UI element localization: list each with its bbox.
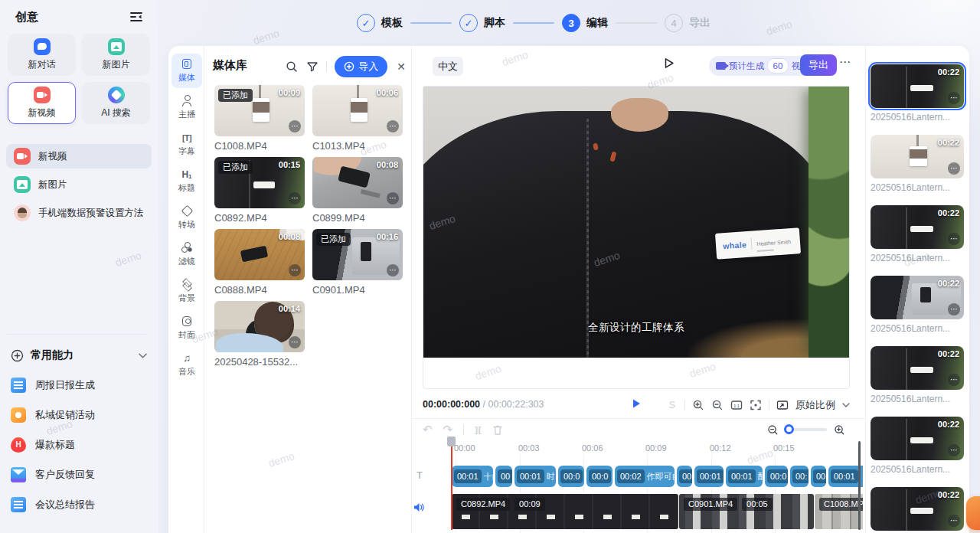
sidebar-tool-item[interactable]: 爆款标题 (11, 433, 149, 456)
aspect-ratio-icon[interactable] (776, 400, 789, 411)
subtitle-block[interactable]: 00:0 (558, 466, 584, 487)
more-options-icon[interactable] (948, 233, 960, 245)
preview-play-icon[interactable] (662, 57, 675, 70)
subtitle-block[interactable]: 00:01 时 (514, 466, 556, 487)
language-tab[interactable]: 中文 (433, 57, 463, 76)
zoom-in-icon[interactable] (692, 399, 704, 411)
sidebar-tool-item[interactable]: 客户反馈回复 (11, 463, 149, 486)
generated-video-item[interactable]: 00:22 20250516Lantern... (871, 487, 964, 533)
media-grid-item[interactable]: 已添加 00:15 C0892.MP4 (214, 157, 305, 224)
subtitle-block[interactable]: 00: (790, 466, 808, 487)
quick-action-button[interactable]: AI 搜索 (82, 82, 150, 124)
media-nav-item[interactable]: 滤镜 (172, 237, 202, 272)
generated-video-item[interactable]: 00:22 20250516Lantern... (871, 135, 964, 193)
step-script[interactable]: ✓ 脚本 (459, 14, 505, 32)
more-options-icon[interactable] (387, 192, 399, 204)
history-item[interactable]: 新视频 (6, 144, 152, 168)
media-grid-item[interactable]: 00:08 C0888.MP4 (214, 229, 305, 296)
generated-video-thumbnail[interactable]: 00:22 (871, 346, 964, 390)
media-nav-item[interactable]: 背景 (172, 274, 202, 309)
generated-video-item[interactable]: 00:22 20250516Lantern... (871, 417, 964, 475)
timeline-scrollbar[interactable] (858, 441, 861, 530)
fit-screen-icon[interactable] (750, 399, 762, 411)
media-nav-item[interactable]: 媒体 (172, 54, 202, 88)
play-button[interactable] (631, 398, 642, 409)
generated-video-thumbnail[interactable]: 00:22 (871, 487, 964, 531)
media-thumbnail[interactable]: 00:06 (312, 85, 403, 136)
media-nav-item[interactable]: 主播 (172, 90, 202, 125)
more-options-icon[interactable] (387, 264, 399, 276)
quick-action-button[interactable]: 新对话 (8, 34, 76, 76)
subtitle-track-icon[interactable]: T (416, 469, 423, 481)
more-options-icon[interactable] (387, 120, 399, 132)
subtitle-block[interactable]: 00:01 十的 (452, 466, 493, 487)
generated-video-item[interactable]: 00:22 20250516Lantern... (871, 346, 964, 404)
media-thumbnail[interactable]: 00:14 (214, 301, 305, 352)
more-options-icon[interactable] (289, 120, 301, 132)
sidebar-tool-item[interactable]: 会议总结报告 (11, 493, 149, 516)
media-thumbnail[interactable]: 已添加 00:09 (214, 85, 305, 136)
timeline-zoom-in-icon[interactable] (834, 424, 845, 436)
subtitle-block[interactable]: 00:0 (765, 466, 788, 487)
export-button[interactable]: 导出 (800, 54, 837, 76)
timeline-zoom-out-icon[interactable] (767, 424, 779, 436)
common-abilities-section[interactable]: 常用能力 (11, 346, 147, 365)
media-thumbnail[interactable]: 已添加 00:15 (214, 157, 305, 208)
import-button[interactable]: 导入 (335, 56, 387, 77)
split-clip-icon[interactable]: ][ (475, 425, 482, 434)
step-export[interactable]: 4 导出 (665, 14, 710, 32)
generated-video-item[interactable]: 00:22 20250516Lantern... (871, 276, 964, 334)
more-options-icon[interactable]: ⋯ (839, 55, 851, 69)
chevron-down-icon[interactable] (842, 403, 850, 407)
sidebar-tool-item[interactable]: 私域促销活动 (11, 404, 149, 427)
more-options-icon[interactable] (948, 515, 960, 527)
subtitle-block[interactable]: 00 (495, 466, 512, 487)
history-item[interactable]: 新图片 (6, 172, 152, 197)
sidebar-tool-item[interactable]: 周报日报生成 (11, 374, 149, 397)
subtitle-block[interactable]: 00:01 配 (726, 466, 763, 487)
more-options-icon[interactable] (948, 374, 960, 386)
generated-video-item[interactable]: 00:22 20250516Lantern... (871, 64, 964, 123)
media-grid-item[interactable]: 00:08 C0899.MP4 (312, 157, 403, 224)
quick-action-button[interactable]: 新图片 (82, 34, 150, 76)
collapse-sidebar-icon[interactable] (127, 9, 145, 25)
media-grid-item[interactable]: 已添加 00:09 C1008.MP4 (214, 85, 305, 152)
generated-video-thumbnail[interactable]: 00:22 (871, 417, 964, 460)
snap-icon[interactable] (666, 400, 678, 411)
redo-icon[interactable]: ↷ (443, 423, 453, 437)
subtitle-caption[interactable]: 全新设计的工牌体系 (423, 321, 849, 335)
quick-action-button[interactable]: 新视频 (8, 82, 76, 124)
media-thumbnail[interactable]: 00:08 (312, 157, 403, 208)
media-grid-item[interactable]: 00:14 20250428-15532... (214, 301, 305, 368)
video-clip[interactable]: C0892.MP4 00:09 (452, 494, 678, 529)
audio-track-volume-icon[interactable] (413, 502, 425, 512)
generated-video-thumbnail[interactable]: 00:22 (871, 276, 964, 319)
playhead-line[interactable] (451, 439, 452, 530)
generated-video-thumbnail[interactable]: 00:22 (871, 205, 964, 249)
search-icon[interactable] (286, 60, 299, 74)
timeline-ruler[interactable]: 00:00 00:03 00:06 00:09 00:12 00:15 (452, 440, 863, 453)
subtitle-block[interactable]: 00:0 (586, 466, 612, 487)
estimate-count[interactable]: 60 (767, 58, 789, 74)
zoom-out-icon[interactable] (711, 399, 724, 411)
generated-video-thumbnail[interactable]: 00:22 (871, 64, 964, 108)
subtitle-block[interactable]: 00:01 (694, 466, 724, 487)
media-thumbnail[interactable]: 已添加 00:16 (312, 229, 403, 280)
more-options-icon[interactable] (289, 264, 301, 276)
video-preview[interactable]: whale Heather Smith 全新设计的工牌体系 (423, 87, 849, 358)
media-nav-item[interactable]: 标题 (172, 164, 202, 198)
media-nav-item[interactable]: 转场 (172, 201, 202, 235)
subtitle-block[interactable]: 00 (677, 466, 692, 487)
more-options-icon[interactable] (289, 336, 301, 348)
media-nav-item[interactable]: 封面 (172, 311, 202, 345)
more-options-icon[interactable] (948, 303, 960, 316)
video-clip[interactable]: C1008.MP4 (815, 494, 863, 529)
subtitle-block[interactable]: 00 (811, 466, 826, 487)
more-options-icon[interactable] (948, 444, 960, 456)
delete-icon[interactable] (492, 424, 503, 436)
more-options-icon[interactable] (289, 192, 301, 204)
more-options-icon[interactable] (948, 162, 960, 175)
timeline-zoom-slider[interactable] (786, 428, 827, 431)
video-clip[interactable]: C0901.MP4 00:05 (679, 494, 814, 529)
history-item[interactable]: 手机端数据预警设置方法 (6, 201, 152, 225)
